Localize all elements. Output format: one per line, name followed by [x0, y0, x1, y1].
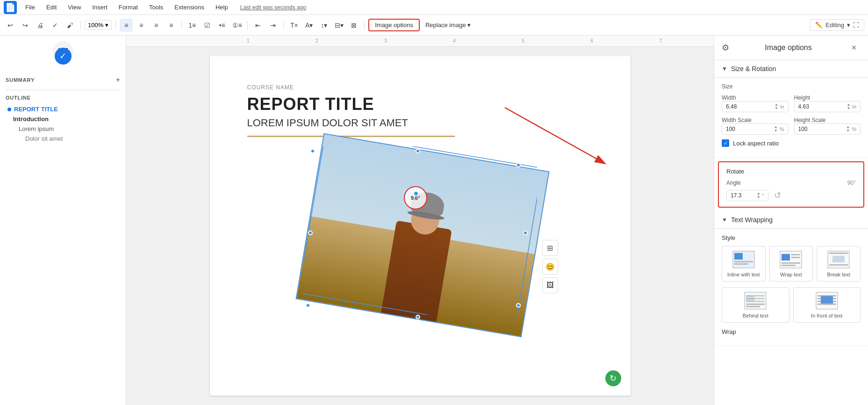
separator-3: [181, 21, 182, 30]
height-scale-input[interactable]: 100 ▲ ▼ %: [794, 123, 861, 135]
add-summary-button[interactable]: +: [116, 76, 120, 84]
rotation-handle[interactable]: 9.6°: [404, 186, 427, 210]
outline-item-dolor[interactable]: Dolor sit amet: [6, 134, 120, 144]
width-scale-input[interactable]: 100 ▲ ▼ %: [722, 123, 789, 135]
paintformat-button[interactable]: 🖌: [64, 19, 77, 32]
undo-button[interactable]: ↩: [4, 19, 17, 32]
handle-bm[interactable]: [416, 315, 420, 319]
highlight-button[interactable]: A▾: [302, 19, 316, 32]
height-scale-down-spinner[interactable]: ▼: [846, 129, 850, 133]
refresh-button[interactable]: ↻: [605, 370, 621, 386]
menu-help[interactable]: Help: [213, 3, 231, 12]
ruler: 1 2 3 4 5 6 7: [126, 36, 714, 47]
height-scale-unit: %: [852, 126, 856, 132]
panel-close-button[interactable]: ×: [847, 41, 861, 54]
handle-mr[interactable]: [523, 231, 528, 235]
outline-item-introduction[interactable]: Introduction: [6, 114, 120, 124]
rotate-title: Rotate: [726, 168, 856, 175]
size-rotation-section-header[interactable]: ▼ Size & Rotation: [714, 60, 868, 78]
lock-aspect-checkbox[interactable]: ✓: [722, 139, 729, 147]
align-justify-button[interactable]: ≡: [165, 19, 178, 32]
insert-emoji-button[interactable]: 😊: [542, 259, 558, 275]
replace-image-button[interactable]: Replace image ▾: [422, 20, 474, 30]
menu-file[interactable]: File: [22, 3, 38, 12]
outline-item-report-title[interactable]: REPORT TITLE: [6, 104, 120, 114]
wrap-inline-button[interactable]: Inline with text: [722, 246, 766, 282]
doc-subtitle: LOREM IPSUM DOLOR SIT AMET: [247, 117, 593, 129]
image-options-button[interactable]: Image options: [368, 19, 420, 31]
width-down-spinner[interactable]: ▼: [775, 107, 778, 110]
handle-tm[interactable]: [416, 149, 420, 153]
wrap-wrap-button[interactable]: Wrap text: [769, 246, 813, 282]
indent-more-button[interactable]: ⇥: [266, 19, 280, 32]
text-wrapping-section-header[interactable]: ▼ Text Wrapping: [714, 211, 868, 229]
menu-view[interactable]: View: [65, 3, 84, 12]
spellcheck-button[interactable]: ✓: [49, 19, 62, 32]
numbered-list-button[interactable]: ①≡: [230, 19, 244, 32]
separator-4: [247, 21, 248, 30]
align-left-button[interactable]: ≡: [120, 19, 133, 32]
wrap-behind-icon: [744, 291, 767, 310]
ordered-list-button[interactable]: 1≡: [186, 19, 199, 32]
menu-tools[interactable]: Tools: [146, 3, 166, 12]
svg-rect-5: [734, 261, 753, 262]
menu-edit[interactable]: Edit: [43, 3, 59, 12]
insert-image-button[interactable]: 🖼: [542, 277, 558, 293]
handle-bl[interactable]: [306, 303, 310, 308]
height-input[interactable]: 4.63 ▲ ▼ in: [794, 101, 861, 112]
line-spacing-button[interactable]: ↕▾: [317, 19, 330, 32]
course-name: COURSE NAME: [247, 84, 593, 91]
handle-ml[interactable]: [308, 231, 313, 235]
menu-extensions[interactable]: Extensions: [172, 3, 207, 12]
align-right-button[interactable]: ≡: [150, 19, 163, 32]
indent-less-button[interactable]: ⇤: [251, 19, 265, 32]
text-wrapping-section: Style Inline with text: [714, 229, 868, 346]
zoom-control[interactable]: 100% ▾: [85, 20, 112, 30]
height-scale-label: Height Scale: [794, 117, 832, 123]
editing-mode-button[interactable]: ✏️ Editing ▾ ⛶: [810, 19, 864, 31]
align-center-button[interactable]: ≡: [135, 19, 148, 32]
clear-format-button[interactable]: T×: [287, 19, 301, 32]
checklist-button[interactable]: ☑: [201, 19, 214, 32]
height-label: Height: [794, 94, 832, 101]
width-label: Width: [722, 94, 759, 101]
angle-input[interactable]: 17.3 ▲ ▼ °: [726, 190, 768, 201]
print-button[interactable]: 🖨: [34, 19, 47, 32]
wrap-behind-button[interactable]: Behind text: [722, 287, 789, 323]
wrap-infront-button[interactable]: In front of text: [793, 287, 861, 323]
svg-rect-23: [746, 306, 760, 307]
menu-insert[interactable]: Insert: [89, 3, 110, 12]
lock-aspect-label: Lock aspect ratio: [733, 140, 779, 147]
wrap-break-button[interactable]: Break text: [817, 246, 861, 282]
width-input[interactable]: 6.48 ▲ ▼ in: [722, 101, 789, 112]
document-area: 1 2 3 4 5 6 7 COURSE NAME REPORT TITLE L…: [126, 36, 714, 405]
width-scale-unit: %: [780, 126, 784, 132]
svg-rect-22: [746, 304, 765, 305]
smart-compose-check[interactable]: ✓: [55, 48, 72, 65]
handle-tl[interactable]: [310, 149, 315, 153]
height-down-spinner[interactable]: ▼: [847, 107, 851, 110]
report-title: REPORT TITLE: [247, 94, 593, 114]
outline-item-lorem[interactable]: Lorem ipsum: [6, 124, 120, 134]
unordered-list-button[interactable]: •≡: [215, 19, 229, 32]
rotate-reset-icon[interactable]: ↺: [774, 190, 781, 201]
document-image[interactable]: [295, 133, 549, 338]
wrap-wrap-label: Wrap text: [780, 272, 802, 277]
panel-header: ⚙ Image options ×: [714, 36, 868, 60]
insert-table-button[interactable]: ⊞: [542, 240, 558, 256]
redo-button[interactable]: ↪: [19, 19, 32, 32]
width-scale-down-spinner[interactable]: ▼: [774, 129, 778, 133]
summary-label: SUMMARY: [6, 77, 35, 83]
size-rotation-title: Size & Rotation: [731, 65, 776, 72]
menu-format[interactable]: Format: [116, 3, 141, 12]
columns-button[interactable]: ⊟▾: [332, 19, 345, 32]
image-container[interactable]: 9.6° ⊞ 😊 🖼: [303, 146, 537, 315]
crop-button[interactable]: ⊠: [347, 19, 360, 32]
angle-down-spinner[interactable]: ▼: [757, 195, 760, 199]
svg-rect-4: [734, 253, 743, 260]
handle-tr[interactable]: [516, 163, 521, 167]
handle-br[interactable]: [516, 303, 521, 308]
svg-rect-20: [746, 298, 765, 299]
svg-rect-9: [791, 254, 800, 255]
zoom-value: 100%: [88, 22, 103, 29]
